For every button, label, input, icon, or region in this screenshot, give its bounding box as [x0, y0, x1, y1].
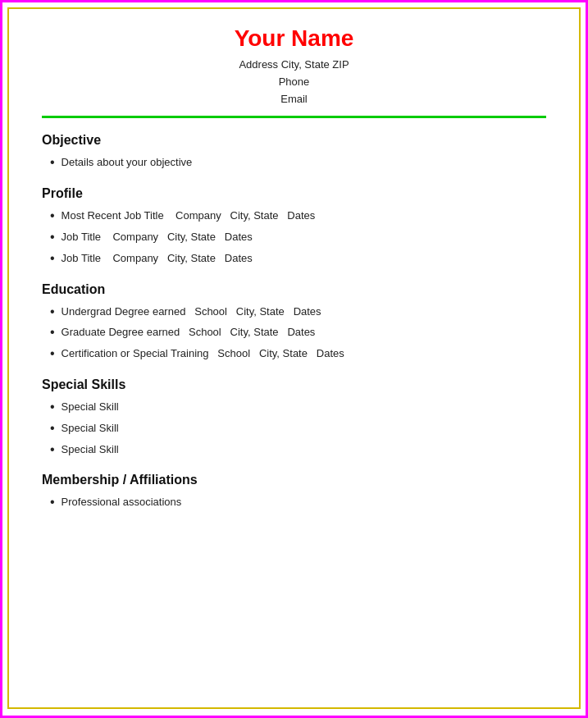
list-item-text: Certification or Special Training School… [62, 345, 344, 362]
bullet-icon: • [50, 420, 55, 437]
list-item: • Undergrad Degree earned School City, S… [50, 304, 546, 321]
section-membership-list: • Professional associations [42, 494, 546, 511]
list-item: • Most Recent Job Title Company City, St… [50, 208, 546, 225]
section-objective-list: • Details about your objective [42, 154, 546, 171]
section-profile-title: Profile [42, 186, 546, 201]
bullet-icon: • [50, 304, 55, 321]
section-objective: Objective • Details about your objective [42, 133, 546, 171]
list-item-text: Undergrad Degree earned School City, Sta… [62, 304, 321, 320]
bullet-icon: • [50, 494, 55, 511]
section-divider [42, 116, 546, 118]
section-skills-title: Special Skills [42, 377, 546, 392]
bullet-icon: • [50, 154, 55, 171]
list-item: • Details about your objective [50, 154, 546, 171]
section-profile: Profile • Most Recent Job Title Company … [42, 186, 546, 267]
section-education-list: • Undergrad Degree earned School City, S… [42, 304, 546, 363]
section-education-title: Education [42, 282, 546, 297]
list-item-text: Special Skill [62, 441, 119, 458]
list-item-text: Special Skill [62, 399, 119, 415]
list-item: • Job Title Company City, State Dates [50, 229, 546, 246]
section-membership: Membership / Affiliations • Professional… [42, 473, 546, 511]
bullet-icon: • [50, 324, 55, 341]
list-item-text: Special Skill [62, 420, 119, 437]
list-item: • Graduate Degree earned School City, St… [50, 324, 546, 341]
list-item-text: Most Recent Job Title Company City, Stat… [62, 208, 316, 224]
section-skills-list: • Special Skill • Special Skill • Specia… [42, 399, 546, 458]
list-item: • Job Title Company City, State Dates [50, 250, 546, 268]
resume-address: Address City, State ZIP Phone Email [42, 57, 546, 107]
bullet-icon: • [50, 250, 55, 268]
list-item-text: Job Title Company City, State Dates [62, 229, 253, 245]
section-membership-title: Membership / Affiliations [42, 473, 546, 487]
list-item: • Special Skill [50, 399, 546, 416]
bullet-icon: • [50, 208, 55, 225]
list-item-text: Job Title Company City, State Dates [62, 250, 253, 267]
bullet-icon: • [50, 399, 55, 416]
section-education: Education • Undergrad Degree earned Scho… [42, 282, 546, 363]
section-skills: Special Skills • Special Skill • Special… [42, 377, 546, 458]
list-item-text: Graduate Degree earned School City, Stat… [62, 324, 316, 341]
resume-header: Your Name Address City, State ZIP Phone … [42, 25, 546, 107]
list-item: • Special Skill [50, 420, 546, 437]
email-line: Email [280, 93, 308, 105]
resume-name: Your Name [42, 25, 546, 52]
address-line: Address City, State ZIP [239, 58, 349, 71]
bullet-icon: • [50, 345, 55, 363]
list-item-text: Professional associations [62, 494, 182, 510]
section-profile-list: • Most Recent Job Title Company City, St… [42, 208, 546, 267]
list-item: • Certification or Special Training Scho… [50, 345, 546, 363]
resume-outer-border: Your Name Address City, State ZIP Phone … [0, 0, 588, 718]
list-item: • Professional associations [50, 494, 546, 511]
phone-line: Phone [279, 75, 310, 88]
list-item: • Special Skill [50, 441, 546, 459]
section-objective-title: Objective [42, 133, 546, 148]
resume-inner-border: Your Name Address City, State ZIP Phone … [7, 7, 581, 709]
bullet-icon: • [50, 229, 55, 246]
list-item-text: Details about your objective [62, 154, 193, 171]
bullet-icon: • [50, 441, 55, 459]
